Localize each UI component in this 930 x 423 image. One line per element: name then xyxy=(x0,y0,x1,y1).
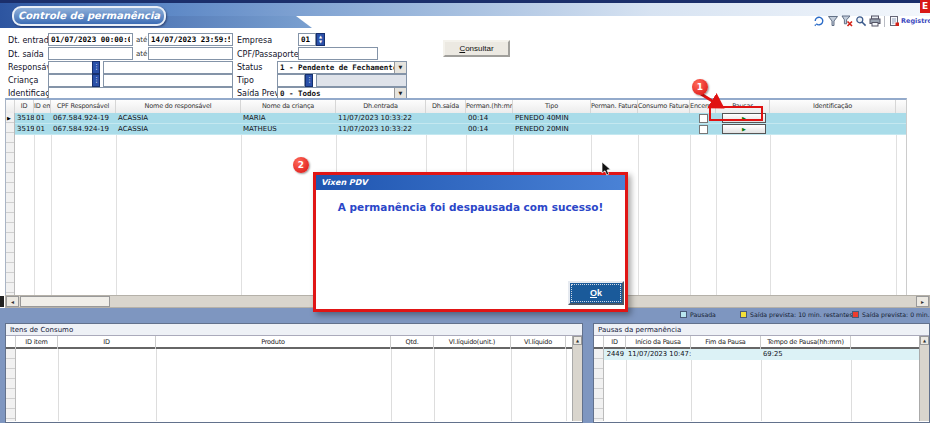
row-indicator-column xyxy=(6,349,16,421)
scroll-right-icon[interactable]: ▸ xyxy=(916,296,929,307)
dt-entrada-to-input[interactable] xyxy=(148,33,233,46)
dt-entrada-from-input[interactable] xyxy=(48,33,133,46)
cell-dh-saida xyxy=(426,124,466,135)
pausa-row[interactable]: 2449 11/07/2023 10:47:46 69:25 xyxy=(604,349,920,360)
dt-saida-from-input[interactable] xyxy=(48,47,133,60)
responsavel-code-input[interactable] xyxy=(48,61,93,74)
status-select[interactable]: 1 - Pendente de Fechamento ▼ xyxy=(277,61,407,74)
itens-vscrollbar[interactable]: ▲ xyxy=(572,336,582,421)
col-consumo-faturado[interactable]: Consumo Faturado xyxy=(638,100,690,113)
tipo-name-input[interactable] xyxy=(316,74,407,87)
col-dh-entrada[interactable]: Dh.entrada xyxy=(336,100,426,113)
row-indicator-column xyxy=(594,349,604,421)
grid-header: ID ID emp. CPF Responsável Nome do respo… xyxy=(6,100,906,114)
legend-10min-label: Saída prevista: 10 min. restantes xyxy=(750,311,853,318)
cell-inicio: 11/07/2023 10:47:46 xyxy=(626,349,691,360)
itens-consumo-panel: Itens de Consumo ID item ID Produto Qtd.… xyxy=(5,323,583,423)
col-id[interactable]: ID xyxy=(15,100,34,113)
col-inicio-pausa[interactable]: Início da Pausa xyxy=(626,336,691,349)
ate-label-1: até xyxy=(136,36,147,44)
cell-cpf: 067.584.924-19 xyxy=(51,113,116,124)
cell-nome-crianca: MARIA xyxy=(241,113,336,124)
col-cpf[interactable]: CPF Responsável xyxy=(51,100,116,113)
col-produto[interactable]: Produto xyxy=(156,336,391,349)
cell-nome-responsavel: ACASSIA xyxy=(116,124,241,135)
legend-paused-swatch xyxy=(680,311,687,318)
pausas-vscrollbar[interactable]: ▲ xyxy=(919,336,929,421)
tipo-code-input[interactable] xyxy=(277,74,305,87)
col-dh-saida[interactable]: Dh.saída xyxy=(426,100,466,113)
col-perman-faturada[interactable]: Perman. Faturada xyxy=(591,100,638,113)
col-tempo-pausa[interactable]: Tempo de Pausa(hh:mm) xyxy=(761,336,851,349)
col-id-emp[interactable]: ID emp. xyxy=(34,100,51,113)
col-fim-pausa[interactable]: Fim da Pausa xyxy=(691,336,761,349)
tipo-label: Tipo xyxy=(237,76,254,85)
col-identificacao[interactable]: Identificação xyxy=(770,100,896,113)
cell-tempo: 69:25 xyxy=(761,349,851,360)
clear-filter-icon[interactable] xyxy=(841,15,853,27)
encerrar-checkbox[interactable] xyxy=(699,125,708,134)
col-vl-liquido-unit[interactable]: Vl.líquido(unit.) xyxy=(434,336,511,349)
cell-nome-responsavel: ACASSIA xyxy=(116,113,241,124)
report-icon[interactable] xyxy=(888,15,900,27)
crianca-code-input[interactable] xyxy=(48,74,93,87)
scroll-left-icon[interactable]: ◂ xyxy=(6,296,19,307)
cell-tipo: PENEDO 40MIN xyxy=(513,113,591,124)
legend-0min-label: Saída prevista: 0 min. restantes xyxy=(862,311,930,318)
cell-perman: 00:14 xyxy=(466,124,513,135)
search-icon[interactable] xyxy=(855,15,867,27)
col-tipo[interactable]: Tipo xyxy=(513,100,591,113)
itens-header: ID item ID Produto Qtd. Vl.líquido(unit.… xyxy=(6,336,582,349)
cell-dh-saida xyxy=(426,113,466,124)
print-icon[interactable] xyxy=(869,15,881,27)
table-row[interactable]: 3518 01 067.584.924-19 ACASSIA MARIA 11/… xyxy=(15,113,906,124)
col-nome-crianca[interactable]: Nome da criança xyxy=(241,100,336,113)
col-id[interactable]: ID xyxy=(604,336,626,349)
dt-saida-label: Dt. saída xyxy=(8,50,44,59)
scroll-up-icon[interactable]: ▲ xyxy=(920,336,929,345)
table-row[interactable]: 3519 01 067.584.924-19 ACASSIA MATHEUS 1… xyxy=(15,124,906,135)
cell-id: 3518 xyxy=(15,113,34,124)
legend-0min-swatch xyxy=(852,311,859,318)
scroll-up-icon[interactable]: ▲ xyxy=(573,336,582,345)
cell-id-emp: 01 xyxy=(34,113,51,124)
crianca-browse-button[interactable]: ⋮ xyxy=(92,74,100,87)
crianca-label: Criança xyxy=(8,76,38,85)
dt-entrada-label: Dt. entrada xyxy=(8,36,54,45)
dialog-title[interactable]: Vixen PDV xyxy=(316,175,625,190)
annotation-box-pausar xyxy=(709,106,763,121)
empresa-spinner[interactable]: ▲▼ xyxy=(316,33,325,46)
pausar-button[interactable]: ▶ xyxy=(722,124,766,134)
consultar-button[interactable]: Consultar xyxy=(443,40,510,57)
col-perman[interactable]: Perman.(hh:mm) xyxy=(466,100,513,113)
status-label: Status xyxy=(237,63,263,72)
responsavel-name-input[interactable] xyxy=(103,61,233,74)
ok-button[interactable]: Ok xyxy=(568,281,624,305)
cell-id: 2449 xyxy=(604,349,626,360)
empresa-input[interactable] xyxy=(298,33,316,46)
ate-label-2: até xyxy=(136,50,147,58)
col-nome-responsavel[interactable]: Nome do responsável xyxy=(116,100,241,113)
tipo-browse-button[interactable]: ⋮ xyxy=(305,74,313,87)
col-id[interactable]: ID xyxy=(58,336,156,349)
cpf-input[interactable] xyxy=(298,47,378,60)
crianca-name-input[interactable] xyxy=(103,74,233,87)
legend-paused-label: Pausada xyxy=(690,311,716,318)
encerrar-checkbox[interactable] xyxy=(699,114,708,123)
dt-saida-to-input[interactable] xyxy=(148,47,233,60)
cell-tipo: PENEDO 20MIN xyxy=(513,124,591,135)
legend-10min-swatch xyxy=(740,311,747,318)
status-value: 1 - Pendente de Fechamento xyxy=(280,62,394,73)
col-vl-liquido[interactable]: Vl.líquido xyxy=(511,336,566,349)
chevron-down-icon[interactable]: ▼ xyxy=(394,62,406,73)
dialog-message: A permanência foi despausada com sucesso… xyxy=(316,201,625,213)
col-qtd[interactable]: Qtd. xyxy=(391,336,434,349)
filter-icon[interactable] xyxy=(827,15,839,27)
col-id-item[interactable]: ID item xyxy=(16,336,58,349)
scrollbar-thumb[interactable] xyxy=(20,296,110,307)
col-indicator xyxy=(6,100,15,113)
cell-fim xyxy=(691,349,761,360)
responsavel-browse-button[interactable]: ⋮ xyxy=(92,61,100,74)
row-indicator-column xyxy=(6,113,15,297)
refresh-icon[interactable] xyxy=(813,15,825,27)
